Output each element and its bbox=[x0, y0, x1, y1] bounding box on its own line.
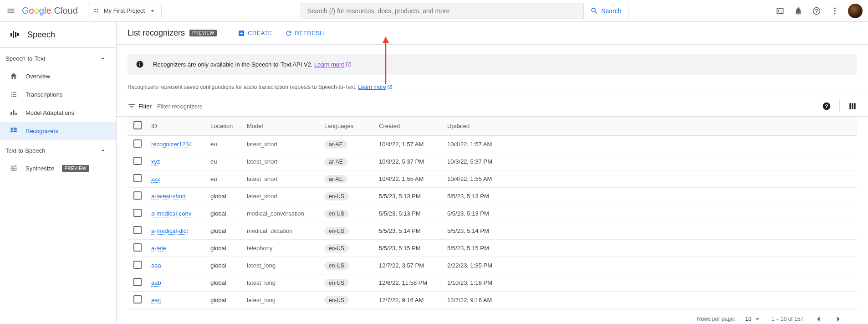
create-button[interactable]: CREATE bbox=[238, 30, 272, 37]
recognizer-id-link[interactable]: a-medical-conv bbox=[151, 210, 191, 217]
sidebar-item-recognizers[interactable]: Recognizers bbox=[0, 122, 116, 140]
cell-model: latest_short bbox=[243, 170, 321, 188]
recognizer-id-link[interactable]: aaa bbox=[151, 262, 161, 269]
help-icon[interactable]: ? bbox=[822, 102, 831, 111]
recognizers-table: ID Location Model Languages Created Upda… bbox=[128, 117, 857, 309]
info-banner: Recognizers are only available in the Sp… bbox=[128, 54, 857, 75]
next-page-button[interactable] bbox=[833, 314, 843, 324]
sidebar-item-label: Synthesize bbox=[26, 165, 55, 172]
section-text-to-speech[interactable]: Text-to-Speech bbox=[0, 140, 116, 159]
search-input[interactable] bbox=[301, 7, 584, 15]
cell-model: medical_dictation bbox=[243, 222, 321, 240]
cell-model: latest_short bbox=[243, 188, 321, 205]
cell-created: 5/5/23, 5:13 PM bbox=[375, 188, 444, 205]
svg-rect-8 bbox=[13, 31, 14, 38]
prev-page-button[interactable] bbox=[813, 314, 823, 324]
recognizer-id-link[interactable]: xyz bbox=[151, 158, 160, 165]
sidebar-item-transcriptions[interactable]: Transcriptions bbox=[0, 85, 116, 103]
rows-per-page-label: Rows per page: bbox=[697, 316, 735, 322]
svg-rect-14 bbox=[10, 128, 13, 129]
svg-point-6 bbox=[834, 13, 835, 14]
refresh-label: REFRESH bbox=[295, 30, 324, 36]
language-chip: ar-AE bbox=[324, 158, 347, 166]
header-id[interactable]: ID bbox=[148, 117, 207, 136]
cell-model: latest_long bbox=[243, 292, 321, 309]
user-avatar[interactable] bbox=[848, 4, 863, 18]
svg-text:?: ? bbox=[825, 103, 828, 109]
recognizer-id-link[interactable]: a-tele bbox=[151, 245, 166, 252]
plus-icon bbox=[238, 30, 245, 37]
cell-created: 10/3/22, 5:37 PM bbox=[375, 153, 444, 170]
cell-location: global bbox=[207, 205, 243, 222]
svg-point-1 bbox=[97, 9, 98, 10]
svg-rect-17 bbox=[14, 129, 17, 130]
desc-learn-more-link[interactable]: Learn more bbox=[358, 84, 392, 90]
table-row: a-medical-convglobalmedical_conversation… bbox=[128, 205, 857, 222]
header-model[interactable]: Model bbox=[243, 117, 321, 136]
search-button[interactable]: Search bbox=[583, 3, 628, 19]
cell-updated: 5/5/23, 5:13 PM bbox=[444, 188, 857, 205]
logo[interactable]: Google Cloud bbox=[22, 5, 78, 16]
search-button-label: Search bbox=[601, 7, 621, 15]
notifications-icon[interactable] bbox=[793, 6, 803, 16]
banner-learn-more-link[interactable]: Learn more bbox=[314, 61, 351, 68]
recognizer-id-link[interactable]: a-latest-short bbox=[151, 193, 186, 200]
preview-badge: PREVIEW bbox=[62, 165, 89, 172]
header-created[interactable]: Created bbox=[375, 117, 444, 136]
info-icon bbox=[136, 60, 144, 68]
columns-icon[interactable] bbox=[848, 102, 857, 111]
project-picker[interactable]: My First Project bbox=[88, 4, 162, 18]
project-name: My First Project bbox=[104, 7, 145, 14]
recognizer-id-link[interactable]: recognizer1234 bbox=[151, 141, 192, 148]
sidebar-item-overview[interactable]: Overview bbox=[0, 67, 116, 85]
recognizer-id-link[interactable]: aab bbox=[151, 279, 161, 287]
section-speech-to-text[interactable]: Speech-to-Text bbox=[0, 48, 116, 67]
row-checkbox[interactable] bbox=[133, 191, 142, 200]
cloud-text: Cloud bbox=[54, 5, 78, 16]
refresh-button[interactable]: REFRESH bbox=[285, 30, 324, 37]
topbar-actions bbox=[775, 4, 863, 18]
row-checkbox[interactable] bbox=[133, 243, 142, 252]
cell-location: eu bbox=[207, 170, 243, 188]
page-preview-badge: PREVIEW bbox=[189, 30, 217, 36]
search-box[interactable]: Search bbox=[301, 3, 628, 19]
grid-icon bbox=[9, 126, 18, 135]
language-chip: en-US bbox=[324, 192, 349, 201]
row-checkbox[interactable] bbox=[133, 174, 142, 182]
filter-input[interactable] bbox=[157, 103, 817, 110]
table-row: aaagloballatest_longen-US12/7/22, 3:57 P… bbox=[128, 257, 857, 274]
sidebar-item-model-adaptations[interactable]: Model Adaptations bbox=[0, 103, 116, 122]
row-checkbox[interactable] bbox=[133, 157, 142, 165]
row-checkbox[interactable] bbox=[133, 261, 142, 269]
row-checkbox[interactable] bbox=[133, 209, 142, 217]
more-icon[interactable] bbox=[830, 6, 840, 16]
banner-text: Recognizers are only available in the Sp… bbox=[153, 61, 312, 68]
svg-rect-16 bbox=[10, 129, 13, 130]
cell-created: 10/4/22, 1:55 AM bbox=[375, 170, 444, 188]
header-languages[interactable]: Languages bbox=[321, 117, 375, 136]
filter-icon bbox=[128, 102, 136, 110]
cell-created: 5/5/23, 5:13 PM bbox=[375, 205, 444, 222]
row-checkbox[interactable] bbox=[133, 226, 142, 234]
select-all-checkbox[interactable] bbox=[133, 121, 142, 129]
google-logo-text: Google bbox=[22, 5, 51, 16]
svg-rect-28 bbox=[849, 103, 851, 109]
recognizer-id-link[interactable]: aac bbox=[151, 297, 161, 304]
menu-icon[interactable] bbox=[5, 5, 16, 16]
row-checkbox[interactable] bbox=[133, 295, 142, 303]
header-location[interactable]: Location bbox=[207, 117, 243, 136]
svg-point-3 bbox=[97, 11, 98, 12]
external-link-icon bbox=[346, 62, 351, 67]
header-updated[interactable]: Updated bbox=[444, 117, 857, 136]
cell-model: latest_short bbox=[243, 153, 321, 170]
sidebar-item-synthesize[interactable]: Synthesize PREVIEW bbox=[0, 159, 116, 177]
help-icon[interactable] bbox=[812, 6, 822, 16]
row-checkbox[interactable] bbox=[133, 278, 142, 286]
cell-updated: 5/5/23, 5:15 PM bbox=[444, 240, 857, 257]
cloud-shell-icon[interactable] bbox=[775, 6, 785, 16]
rows-per-page-select[interactable]: 10 bbox=[745, 315, 761, 323]
row-checkbox[interactable] bbox=[133, 139, 142, 148]
recognizer-id-link[interactable]: a-medical-dict bbox=[151, 227, 188, 235]
recognizer-id-link[interactable]: zzz bbox=[151, 175, 160, 183]
sidebar-title: Speech bbox=[27, 30, 55, 40]
